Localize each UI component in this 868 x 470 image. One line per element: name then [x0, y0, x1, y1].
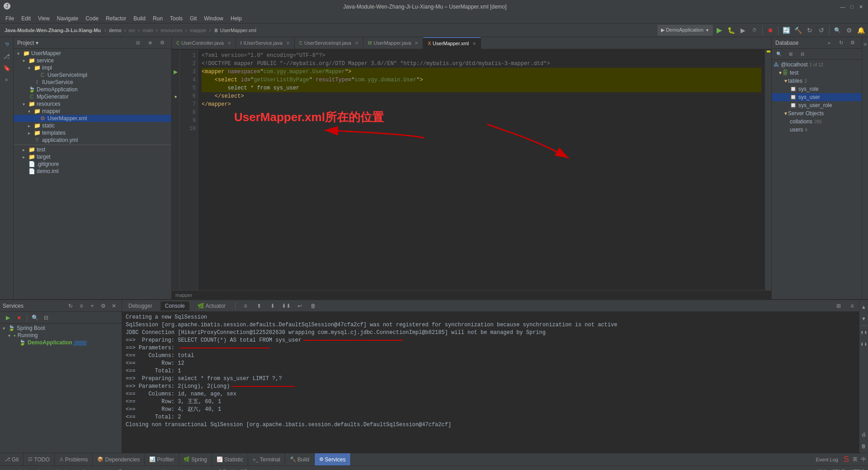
menu-tools[interactable]: Tools [166, 14, 186, 23]
trash-btn[interactable]: 🗑 [859, 441, 868, 451]
notifications-button[interactable]: 🔔 [855, 25, 866, 36]
tab-userserviceimpl[interactable]: C UserServiceImpl.java✕ [295, 37, 363, 49]
menu-refactor[interactable]: Refactor [102, 14, 130, 23]
db-settings-btn[interactable]: ⚙ [847, 38, 858, 48]
tab-usermapper-xml[interactable]: X UserMapper.xml✕ [423, 37, 481, 49]
tree-userserviceimpl[interactable]: C UserServiceImpl [14, 71, 171, 79]
bookmarks-icon[interactable]: 🔖 [1, 62, 12, 73]
btab-problems[interactable]: ⚠ Problems [55, 453, 93, 466]
run-config-select[interactable]: ▶ DemoApplication▼ [657, 25, 713, 36]
code-content[interactable]: <?xml version="1.0" encoding="UTF-8"?> <… [198, 50, 765, 290]
coverage-button[interactable]: ▶ [737, 25, 748, 36]
build-button[interactable]: 🔨 [793, 25, 803, 36]
locate-file-btn[interactable]: ⊕ [145, 38, 156, 48]
services-filter[interactable]: ≡ [76, 301, 86, 311]
tree-application-yml[interactable]: Y application.yml [14, 136, 171, 144]
console-output[interactable]: Creating a new SqlSession SqlSession [or… [122, 312, 859, 453]
menu-window[interactable]: Window [200, 14, 227, 23]
tree-test[interactable]: ▸ 📁 test [14, 146, 171, 153]
run-service-btn[interactable]: ▶ [3, 313, 13, 323]
tree-impl[interactable]: ▾ 📁 impl [14, 64, 171, 71]
btab-profiler[interactable]: 📊 Profiler [145, 453, 179, 466]
tree-templates[interactable]: ▸ 📁 templates [14, 129, 171, 136]
menu-run[interactable]: Run [149, 14, 166, 23]
btab-dependencies[interactable]: 📦 Dependencies [93, 453, 145, 466]
btab-terminal[interactable]: >_ Terminal [248, 453, 285, 466]
btab-spring[interactable]: 🌿 Spring [179, 453, 212, 466]
db-collations[interactable]: collations 286 [772, 118, 862, 126]
db-server-objects[interactable]: ▾ Server Objects [772, 109, 862, 118]
btab-git[interactable]: ⎇ Git [0, 453, 24, 466]
console-align-btn[interactable]: ≡ [241, 301, 250, 311]
console-clear[interactable]: 🗑 [308, 301, 318, 311]
stop-service-btn[interactable]: ■ [14, 313, 24, 323]
bottom-down-btn[interactable]: ▼ [859, 314, 868, 324]
db-filter-btn[interactable]: 🔍 [774, 49, 784, 60]
structure-icon[interactable]: ≡ [1, 74, 12, 85]
bottom-bottom-btn[interactable]: ⬇⬇ [859, 339, 868, 349]
db-test-schema[interactable]: ▾ 🗄 test [772, 69, 862, 77]
btab-services[interactable]: ⚙ Services [315, 453, 351, 466]
event-log-link[interactable]: Event Log [812, 457, 842, 462]
db-tables[interactable]: ▾ tables 3 [772, 77, 862, 85]
commit-icon[interactable]: ⎇ [1, 51, 12, 61]
db-add-btn[interactable]: + [824, 38, 835, 48]
tree-resources[interactable]: ▾ 📁 resources [14, 100, 171, 108]
filter-service-btn[interactable]: 🔍 [30, 313, 40, 323]
services-close[interactable]: ✕ [109, 301, 119, 311]
menu-git[interactable]: Git [186, 14, 200, 23]
console-tab-console[interactable]: Console [160, 301, 189, 310]
tree-usermapper-xml[interactable]: ⚙ UserMapper.xml [14, 115, 171, 122]
db-refresh-btn[interactable]: ↻ [835, 38, 846, 48]
settings-project-btn[interactable]: ⚙ [157, 38, 168, 48]
tree-target[interactable]: ▸ 📁 target [14, 153, 171, 160]
menu-view[interactable]: View [34, 14, 53, 23]
maximize-button[interactable]: □ [848, 3, 855, 10]
services-settings[interactable]: ⚙ [98, 301, 108, 311]
close-button[interactable]: ✕ [857, 3, 864, 10]
run-button[interactable]: ▶ [714, 25, 725, 36]
menu-help[interactable]: Help [227, 14, 245, 23]
collapse-all-btn[interactable]: ⊟ [132, 38, 143, 48]
update-button[interactable]: 🔄 [781, 25, 792, 36]
service-springboot[interactable]: ▾ 🍃 Spring Boot [0, 324, 122, 332]
settings-button[interactable]: ⚙ [844, 25, 854, 36]
tree-service[interactable]: ▾ 📁 service [14, 57, 171, 64]
service-running[interactable]: ▾ ● Running [0, 332, 122, 339]
console-tree-view[interactable]: ≡ [847, 301, 857, 311]
debug-button[interactable]: 🐛 [726, 25, 736, 36]
services-refresh[interactable]: ↻ [66, 301, 75, 311]
code-editor[interactable]: ▶ ● 12345 678910 <?xml version="1.0" enc… [172, 50, 771, 290]
print-btn[interactable]: 🖨 [859, 429, 868, 439]
menu-code[interactable]: Code [82, 14, 102, 23]
db-sys-user-role[interactable]: 🔲 sys_user_role [772, 101, 862, 109]
tree-static[interactable]: ▸ 📁 static [14, 122, 171, 129]
btab-todo[interactable]: ☑ TODO [24, 453, 54, 466]
stop-button[interactable]: ■ [765, 25, 776, 36]
tree-usermapper[interactable]: ▾ 📁 UserMapper [14, 50, 171, 57]
tree-demo-iml[interactable]: 📄 demo.iml [14, 168, 171, 175]
structure-toggle[interactable]: S [860, 39, 868, 50]
db-localhost[interactable]: 🖧 @localhost 1 of 12 [772, 61, 862, 69]
console-table-view[interactable]: ⊞ [834, 301, 844, 311]
db-users[interactable]: users 4 [772, 126, 862, 134]
console-soft-wrap[interactable]: ↩ [295, 301, 305, 311]
tab-usercontroller[interactable]: C UserController.java✕ [172, 37, 236, 49]
minimize-button[interactable]: — [839, 3, 846, 10]
bottom-up-btn[interactable]: ▲ [859, 302, 868, 312]
menu-file[interactable]: File [2, 14, 18, 23]
db-sys-role[interactable]: 🔲 sys_role [772, 85, 862, 93]
tree-mpgenerator[interactable]: C MpGenerator [14, 93, 171, 100]
project-icon[interactable]: P [1, 39, 12, 50]
search-everywhere-button[interactable]: 🔍 [832, 25, 843, 36]
services-add[interactable]: + [87, 301, 97, 311]
tab-usermapper-java[interactable]: M UserMapper.java✕ [363, 37, 424, 49]
collapse-service-btn[interactable]: ⊟ [41, 313, 51, 323]
console-scroll-down[interactable]: ⬇ [268, 301, 278, 311]
console-tab-actuator[interactable]: 🌿 Actuator [193, 301, 230, 310]
tree-demoapplication[interactable]: 🍃 DemoApplication [14, 86, 171, 93]
console-scroll-up[interactable]: ⬆ [254, 301, 264, 311]
console-scroll-end[interactable]: ⬇⬇ [281, 301, 291, 311]
db-collapse-btn[interactable]: ⊟ [797, 49, 808, 60]
db-sys-user[interactable]: 🔲 sys_user [772, 93, 862, 101]
